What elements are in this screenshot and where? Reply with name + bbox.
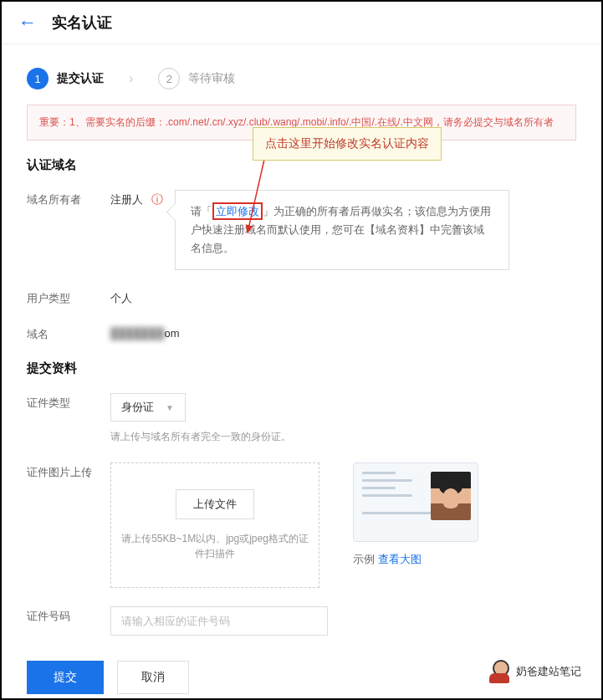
label-cert-type: 证件类型 <box>27 393 110 411</box>
page-header: ← 实名认证 <box>2 2 601 44</box>
chevron-down-icon: ▼ <box>166 403 174 412</box>
row-user-type: 用户类型 个人 <box>27 289 576 306</box>
row-domain: 域名 ███████om <box>27 324 576 342</box>
modify-now-link[interactable]: 立即修改 <box>212 202 263 220</box>
cert-number-input[interactable] <box>110 606 328 636</box>
value-domain: ███████om <box>110 324 180 340</box>
alert-icon: ⓘ <box>151 192 163 206</box>
annotation-callout: 点击这里开始修改实名认证内容 <box>253 127 442 161</box>
label-user-type: 用户类型 <box>27 289 110 306</box>
owner-value-text: 注册人 <box>110 193 143 206</box>
domain-masked: ███████ <box>110 327 164 340</box>
label-cert-number: 证件号码 <box>27 606 110 624</box>
label-cert-image: 证件图片上传 <box>27 462 110 480</box>
example-id-area: 示例 查看大图 <box>353 462 478 567</box>
brand-text: 奶爸建站笔记 <box>516 664 581 679</box>
row-cert-type: 证件类型 身份证 ▼ 请上传与域名所有者完全一致的身份证。 <box>27 393 576 444</box>
step-submit-auth: 1 提交认证 <box>27 68 104 89</box>
view-large-link[interactable]: 查看大图 <box>378 553 422 565</box>
example-prefix: 示例 <box>353 553 378 565</box>
value-user-type: 个人 <box>110 289 132 306</box>
example-id-card-image <box>353 462 478 542</box>
upload-hint: 请上传55KB~1M以内、jpg或jpeg格式的证件扫描件 <box>119 531 311 561</box>
row-cert-number: 证件号码 <box>27 606 576 636</box>
label-domain-owner: 域名所有者 <box>27 190 110 207</box>
footer-brand: 奶爸建站笔记 <box>488 660 581 683</box>
step-await-review: 2 等待审核 <box>158 68 235 89</box>
cert-type-select[interactable]: 身份证 ▼ <box>110 393 186 422</box>
owner-tooltip: 请「立即修改」为正确的所有者后再做实名；该信息为方便用户快速注册域名而默认使用，… <box>175 190 509 270</box>
back-arrow-icon[interactable]: ← <box>18 12 37 33</box>
row-domain-owner: 域名所有者 注册人 ⓘ 请「立即修改」为正确的所有者后再做实名；该信息为方便用户… <box>27 190 576 270</box>
cert-type-hint: 请上传与域名所有者完全一致的身份证。 <box>110 430 291 444</box>
chevron-right-icon: › <box>129 71 133 86</box>
label-domain: 域名 <box>27 324 110 342</box>
step-label-1: 提交认证 <box>57 71 104 86</box>
cert-type-value: 身份证 <box>121 400 154 415</box>
section-submit-materials-title: 提交资料 <box>27 360 576 376</box>
step-number-1: 1 <box>27 68 49 89</box>
step-number-2: 2 <box>158 68 180 89</box>
upload-file-button[interactable]: 上传文件 <box>176 489 254 519</box>
upload-dropzone[interactable]: 上传文件 请上传55KB~1M以内、jpg或jpeg格式的证件扫描件 <box>110 462 319 588</box>
example-label: 示例 查看大图 <box>353 552 478 567</box>
value-domain-owner: 注册人 ⓘ <box>110 190 163 207</box>
page-title: 实名认证 <box>52 13 112 33</box>
domain-suffix: om <box>164 327 179 340</box>
brand-mascot-icon <box>488 660 511 683</box>
row-cert-image: 证件图片上传 上传文件 请上传55KB~1M以内、jpg或jpeg格式的证件扫描… <box>27 462 576 588</box>
step-indicator: 1 提交认证 › 2 等待审核 <box>27 44 576 105</box>
step-label-2: 等待审核 <box>188 71 235 86</box>
submit-button[interactable]: 提交 <box>27 661 104 694</box>
cancel-button[interactable]: 取消 <box>117 661 189 694</box>
tooltip-prefix: 请「 <box>191 205 212 217</box>
